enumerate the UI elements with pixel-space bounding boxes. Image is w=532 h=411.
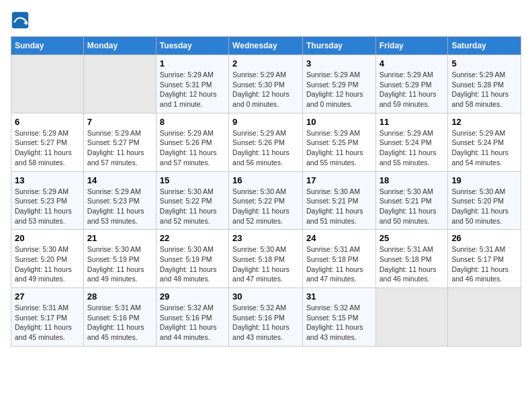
calendar-cell: 26 Sunrise: 5:31 AM Sunset: 5:17 PM Dayl… xyxy=(448,230,521,288)
weekday-header-monday: Monday xyxy=(83,37,156,55)
day-info: Sunrise: 5:31 AM Sunset: 5:18 PM Dayligh… xyxy=(306,244,372,284)
day-info: Sunrise: 5:31 AM Sunset: 5:18 PM Dayligh… xyxy=(380,244,445,284)
weekday-header-tuesday: Tuesday xyxy=(156,37,228,55)
calendar-cell: 30 Sunrise: 5:32 AM Sunset: 5:16 PM Dayl… xyxy=(229,288,303,347)
day-number: 8 xyxy=(160,117,225,127)
calendar-cell xyxy=(375,288,448,347)
calendar-cell: 27 Sunrise: 5:31 AM Sunset: 5:17 PM Dayl… xyxy=(11,288,84,347)
day-info: Sunrise: 5:30 AM Sunset: 5:18 PM Dayligh… xyxy=(232,244,299,284)
calendar-cell: 13 Sunrise: 5:29 AM Sunset: 5:23 PM Dayl… xyxy=(11,171,84,230)
day-number: 1 xyxy=(160,58,225,68)
calendar-cell: 2 Sunrise: 5:29 AM Sunset: 5:30 PM Dayli… xyxy=(229,55,303,113)
day-info: Sunrise: 5:30 AM Sunset: 5:21 PM Dayligh… xyxy=(306,187,372,226)
day-info: Sunrise: 5:30 AM Sunset: 5:22 PM Dayligh… xyxy=(232,187,299,226)
day-info: Sunrise: 5:29 AM Sunset: 5:25 PM Dayligh… xyxy=(306,128,372,168)
calendar-cell: 14 Sunrise: 5:29 AM Sunset: 5:23 PM Dayl… xyxy=(83,171,156,230)
day-info: Sunrise: 5:30 AM Sunset: 5:21 PM Dayligh… xyxy=(380,187,445,226)
day-info: Sunrise: 5:29 AM Sunset: 5:27 PM Dayligh… xyxy=(87,128,152,168)
weekday-header-friday: Friday xyxy=(375,37,448,55)
day-number: 31 xyxy=(306,291,372,302)
day-number: 9 xyxy=(232,117,299,127)
day-info: Sunrise: 5:29 AM Sunset: 5:23 PM Dayligh… xyxy=(15,187,80,226)
day-number: 21 xyxy=(87,233,152,243)
page-header xyxy=(11,11,521,30)
day-number: 26 xyxy=(451,233,517,243)
calendar-cell: 5 Sunrise: 5:29 AM Sunset: 5:28 PM Dayli… xyxy=(448,55,521,113)
day-number: 5 xyxy=(451,58,517,68)
day-number: 7 xyxy=(87,117,152,127)
day-info: Sunrise: 5:31 AM Sunset: 5:17 PM Dayligh… xyxy=(15,303,80,342)
day-info: Sunrise: 5:29 AM Sunset: 5:27 PM Dayligh… xyxy=(15,128,80,168)
day-info: Sunrise: 5:31 AM Sunset: 5:16 PM Dayligh… xyxy=(87,303,152,342)
calendar-week-row: 27 Sunrise: 5:31 AM Sunset: 5:17 PM Dayl… xyxy=(11,288,521,347)
calendar-cell: 31 Sunrise: 5:32 AM Sunset: 5:15 PM Dayl… xyxy=(302,288,375,347)
calendar-cell: 15 Sunrise: 5:30 AM Sunset: 5:22 PM Dayl… xyxy=(156,171,228,230)
day-info: Sunrise: 5:30 AM Sunset: 5:20 PM Dayligh… xyxy=(15,244,80,284)
calendar-cell: 17 Sunrise: 5:30 AM Sunset: 5:21 PM Dayl… xyxy=(302,171,375,230)
calendar-cell: 1 Sunrise: 5:29 AM Sunset: 5:31 PM Dayli… xyxy=(156,55,228,113)
calendar-cell: 21 Sunrise: 5:30 AM Sunset: 5:19 PM Dayl… xyxy=(83,230,156,288)
day-number: 10 xyxy=(306,117,372,127)
calendar-cell xyxy=(11,55,84,113)
day-number: 30 xyxy=(232,291,299,302)
day-info: Sunrise: 5:29 AM Sunset: 5:30 PM Dayligh… xyxy=(232,70,299,109)
calendar-cell: 7 Sunrise: 5:29 AM Sunset: 5:27 PM Dayli… xyxy=(83,113,156,171)
day-number: 29 xyxy=(160,291,225,302)
day-number: 18 xyxy=(380,175,445,185)
day-info: Sunrise: 5:29 AM Sunset: 5:24 PM Dayligh… xyxy=(380,128,445,168)
day-number: 28 xyxy=(87,291,152,302)
day-info: Sunrise: 5:32 AM Sunset: 5:16 PM Dayligh… xyxy=(160,303,225,342)
calendar-cell: 16 Sunrise: 5:30 AM Sunset: 5:22 PM Dayl… xyxy=(229,171,303,230)
logo-icon xyxy=(11,11,30,30)
calendar-cell: 12 Sunrise: 5:29 AM Sunset: 5:24 PM Dayl… xyxy=(448,113,521,171)
day-number: 6 xyxy=(15,117,80,127)
day-info: Sunrise: 5:30 AM Sunset: 5:19 PM Dayligh… xyxy=(87,244,152,284)
weekday-header-row: SundayMondayTuesdayWednesdayThursdayFrid… xyxy=(11,37,521,55)
weekday-header-wednesday: Wednesday xyxy=(229,37,303,55)
day-number: 24 xyxy=(306,233,372,243)
day-number: 4 xyxy=(380,58,445,68)
calendar-cell: 29 Sunrise: 5:32 AM Sunset: 5:16 PM Dayl… xyxy=(156,288,228,347)
calendar-cell xyxy=(448,288,521,347)
calendar-week-row: 13 Sunrise: 5:29 AM Sunset: 5:23 PM Dayl… xyxy=(11,171,521,230)
day-info: Sunrise: 5:32 AM Sunset: 5:15 PM Dayligh… xyxy=(306,303,372,342)
logo xyxy=(11,11,32,30)
calendar-week-row: 1 Sunrise: 5:29 AM Sunset: 5:31 PM Dayli… xyxy=(11,55,521,113)
day-number: 22 xyxy=(160,233,225,243)
day-info: Sunrise: 5:32 AM Sunset: 5:16 PM Dayligh… xyxy=(232,303,299,342)
calendar-cell: 18 Sunrise: 5:30 AM Sunset: 5:21 PM Dayl… xyxy=(375,171,448,230)
day-number: 17 xyxy=(306,175,372,185)
day-number: 13 xyxy=(15,175,80,185)
day-number: 3 xyxy=(306,58,372,68)
day-info: Sunrise: 5:29 AM Sunset: 5:31 PM Dayligh… xyxy=(160,70,225,109)
day-number: 12 xyxy=(451,117,517,127)
calendar-cell: 4 Sunrise: 5:29 AM Sunset: 5:29 PM Dayli… xyxy=(375,55,448,113)
calendar-cell: 20 Sunrise: 5:30 AM Sunset: 5:20 PM Dayl… xyxy=(11,230,84,288)
calendar-cell: 8 Sunrise: 5:29 AM Sunset: 5:26 PM Dayli… xyxy=(156,113,228,171)
calendar-cell: 9 Sunrise: 5:29 AM Sunset: 5:26 PM Dayli… xyxy=(229,113,303,171)
day-number: 11 xyxy=(380,117,445,127)
day-number: 20 xyxy=(15,233,80,243)
calendar-cell: 28 Sunrise: 5:31 AM Sunset: 5:16 PM Dayl… xyxy=(83,288,156,347)
day-number: 15 xyxy=(160,175,225,185)
calendar-cell: 6 Sunrise: 5:29 AM Sunset: 5:27 PM Dayli… xyxy=(11,113,84,171)
day-number: 27 xyxy=(15,291,80,302)
day-info: Sunrise: 5:29 AM Sunset: 5:28 PM Dayligh… xyxy=(451,70,517,109)
day-info: Sunrise: 5:29 AM Sunset: 5:26 PM Dayligh… xyxy=(160,128,225,168)
day-info: Sunrise: 5:29 AM Sunset: 5:29 PM Dayligh… xyxy=(306,70,372,109)
day-info: Sunrise: 5:29 AM Sunset: 5:24 PM Dayligh… xyxy=(451,128,517,168)
calendar-table: SundayMondayTuesdayWednesdayThursdayFrid… xyxy=(11,36,521,347)
day-number: 16 xyxy=(232,175,299,185)
day-info: Sunrise: 5:30 AM Sunset: 5:20 PM Dayligh… xyxy=(451,187,517,226)
calendar-cell: 19 Sunrise: 5:30 AM Sunset: 5:20 PM Dayl… xyxy=(448,171,521,230)
weekday-header-sunday: Sunday xyxy=(11,37,84,55)
calendar-cell: 23 Sunrise: 5:30 AM Sunset: 5:18 PM Dayl… xyxy=(229,230,303,288)
calendar-week-row: 20 Sunrise: 5:30 AM Sunset: 5:20 PM Dayl… xyxy=(11,230,521,288)
calendar-cell: 22 Sunrise: 5:30 AM Sunset: 5:19 PM Dayl… xyxy=(156,230,228,288)
calendar-cell: 11 Sunrise: 5:29 AM Sunset: 5:24 PM Dayl… xyxy=(375,113,448,171)
day-info: Sunrise: 5:29 AM Sunset: 5:23 PM Dayligh… xyxy=(87,187,152,226)
day-number: 19 xyxy=(451,175,517,185)
day-info: Sunrise: 5:30 AM Sunset: 5:22 PM Dayligh… xyxy=(160,187,225,226)
day-info: Sunrise: 5:30 AM Sunset: 5:19 PM Dayligh… xyxy=(160,244,225,284)
calendar-cell: 3 Sunrise: 5:29 AM Sunset: 5:29 PM Dayli… xyxy=(302,55,375,113)
